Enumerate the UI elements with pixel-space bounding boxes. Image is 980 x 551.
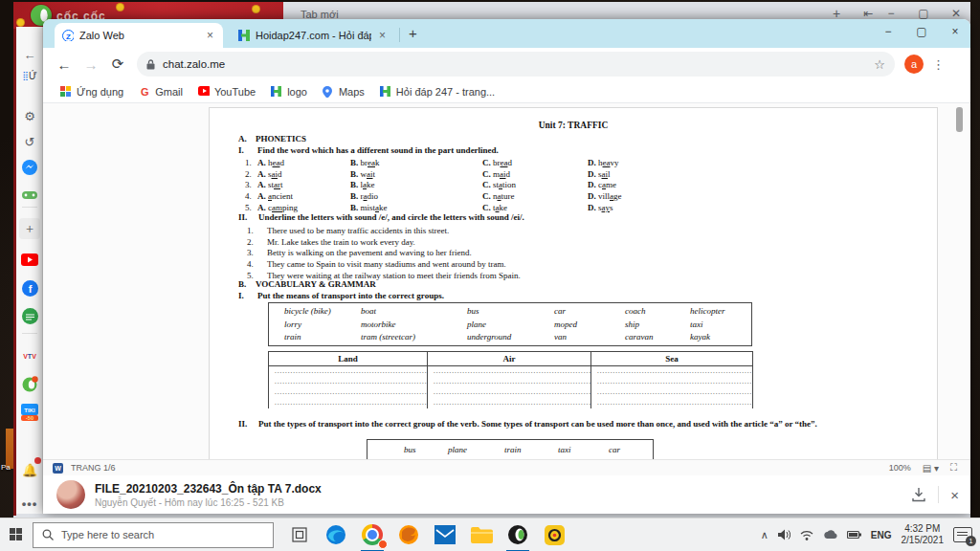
address-bar[interactable]: chat.zalo.me ☆ — [137, 52, 895, 77]
browser-toolbar: ← → ⟳ chat.zalo.me ☆ a ⋮ — [43, 48, 970, 80]
firefox-icon[interactable] — [390, 518, 427, 551]
notifications-bell-icon[interactable]: 🔔 — [19, 459, 40, 480]
close-tab-icon[interactable]: × — [205, 29, 215, 42]
chrome-icon[interactable] — [354, 518, 390, 551]
transport-word: car — [554, 306, 566, 316]
dotted-cell: ........................................… — [591, 366, 753, 377]
youtube-icon — [198, 86, 210, 98]
tray-expand-icon[interactable]: ∧ — [761, 529, 768, 541]
history-icon[interactable]: ↺ — [19, 131, 40, 152]
taskbar-search-input[interactable]: Type here to search — [33, 522, 274, 548]
bookmark-logo[interactable]: logo — [271, 86, 307, 98]
tab-zalo-web[interactable]: Z Zalo Web × — [55, 23, 223, 48]
row-number: 3. — [245, 180, 252, 190]
dotted-cell: ........................................… — [428, 377, 591, 387]
action-center-icon[interactable]: 1 — [953, 527, 972, 542]
bookmark-hoidap247[interactable]: Hỏi đáp 247 - trang... — [380, 86, 495, 98]
verb-word: bus — [404, 445, 416, 454]
start-button[interactable] — [0, 518, 33, 551]
item-number: 2. — [247, 237, 254, 248]
bookmark-youtube[interactable]: YouTube — [198, 86, 256, 98]
bookmark-maps[interactable]: Maps — [323, 86, 365, 98]
chrome-notification-badge — [378, 540, 388, 549]
mail-icon[interactable] — [427, 518, 463, 551]
hoidap247-h-icon — [271, 86, 282, 98]
notification-dot — [34, 457, 41, 464]
wifi-icon[interactable] — [800, 530, 813, 540]
language-indicator[interactable]: ENG — [871, 530, 892, 540]
task-view-icon[interactable] — [281, 518, 318, 551]
messenger-icon[interactable] — [19, 157, 40, 178]
dotted-cell: ........................................… — [591, 387, 753, 398]
transport-word: motorbike — [361, 320, 396, 329]
item-number: 5. — [247, 271, 254, 281]
download-icon[interactable] — [911, 487, 926, 502]
scrollbar-thumb[interactable] — [956, 107, 963, 132]
land-air-sea-table: LandAirSea..............................… — [268, 351, 753, 408]
zoom-level[interactable]: 100% — [889, 463, 911, 473]
volume-icon[interactable] — [778, 529, 791, 540]
facebook-icon[interactable]: f — [19, 277, 40, 298]
back-icon[interactable]: ← — [51, 56, 78, 73]
dotted-cell: ........................................… — [428, 387, 591, 398]
games-gamepad-icon[interactable] — [19, 185, 40, 206]
bookmark-gmail[interactable]: G Gmail — [139, 86, 183, 98]
group-header: Air — [428, 352, 591, 366]
sidebar-more-icon[interactable]: ••• — [19, 493, 40, 514]
transport-word-box: bicycle (bike)boatbuscarcoachhelicopterl… — [268, 302, 752, 346]
url-text[interactable]: chat.zalo.me — [163, 58, 874, 70]
fullscreen-icon[interactable]: ⛶ — [950, 462, 957, 474]
bookmark-apps[interactable]: Ứng dụng — [60, 86, 123, 98]
maximize-icon[interactable]: ▢ — [915, 7, 932, 20]
coccoc-promo-icon[interactable] — [19, 373, 40, 394]
add-shortcut-icon[interactable]: ＋ — [19, 218, 40, 239]
minimize-icon[interactable]: − — [876, 25, 901, 38]
close-preview-icon[interactable]: × — [950, 487, 959, 503]
pin-window-icon[interactable]: ⇤ — [859, 7, 877, 20]
battery-icon[interactable] — [847, 530, 861, 540]
dotted-cell: ........................................… — [269, 366, 428, 377]
maximize-icon[interactable]: ▢ — [909, 25, 934, 38]
minimize-icon[interactable]: − — [882, 7, 900, 20]
page-indicator: TRANG 1/6 — [71, 463, 116, 473]
bookmark-star-icon[interactable]: ☆ — [874, 57, 885, 72]
back-icon[interactable]: ← — [19, 44, 40, 65]
vtv-go-icon[interactable]: VTV — [19, 345, 40, 366]
sender-avatar[interactable] — [56, 480, 85, 509]
settings-gear-icon[interactable]: ⚙ — [19, 105, 40, 126]
file-explorer-icon[interactable] — [463, 518, 500, 551]
verb-word: taxi — [558, 445, 571, 454]
bookmark-label: Hỏi đáp 247 - trang... — [396, 86, 495, 98]
tab-hoidap247[interactable]: Hoidap247.com - Hỏi đáp bài tậ × — [231, 23, 395, 48]
forward-icon[interactable]: → — [78, 56, 104, 73]
reload-icon[interactable]: ⟳ — [104, 55, 131, 73]
browser-menu-icon[interactable]: ⋮ — [932, 57, 945, 72]
zing-music-icon[interactable] — [19, 305, 40, 326]
tiki-icon[interactable]: TIKI-50 — [19, 402, 40, 423]
close-tab-icon[interactable]: × — [377, 29, 388, 42]
clock[interactable]: 4:32 PM 2/15/2021 — [902, 523, 945, 546]
onedrive-cloud-icon[interactable] — [823, 530, 837, 540]
phonetics-row: 2.A. saidB. waitC. maidD. sail — [210, 169, 938, 180]
item-text: They came to Spain to visit many stadium… — [267, 259, 506, 270]
document-page: Unit 7: TRAFFIC A.PHONETICS I.Find the w… — [209, 107, 938, 459]
bookmark-label: Maps — [339, 86, 365, 98]
youtube-icon[interactable] — [19, 249, 40, 270]
phonetics-option: B. wait — [350, 169, 375, 180]
edge-icon[interactable] — [318, 518, 354, 551]
transport-word: ship — [625, 320, 639, 329]
search-icon — [42, 529, 54, 540]
yellow-app-icon[interactable] — [536, 518, 572, 551]
apps-grid-icon[interactable]: ⣿Ứ — [19, 65, 40, 86]
transport-word: underground — [467, 332, 511, 342]
transport-word: caravan — [625, 332, 654, 342]
profile-avatar[interactable]: a — [904, 55, 924, 74]
bookmark-label: YouTube — [214, 86, 256, 98]
bookmarks-bar: Ứng dụng G Gmail YouTube logo Maps Hỏi đ… — [43, 80, 970, 103]
new-tab-icon[interactable]: + — [409, 25, 417, 41]
close-icon[interactable]: × — [943, 25, 968, 38]
page-view-icon[interactable]: ▤ ▾ — [923, 463, 939, 474]
coccoc-taskbar-icon[interactable] — [500, 518, 536, 551]
hoidap247-favicon — [238, 30, 250, 41]
close-icon[interactable]: ✕ — [947, 7, 965, 20]
